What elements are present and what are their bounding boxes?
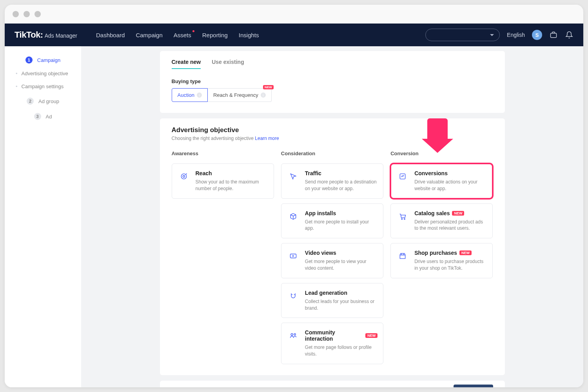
nav-dashboard[interactable]: Dashboard — [96, 32, 125, 38]
magnet-icon — [287, 290, 299, 302]
option-label: Auction — [178, 92, 194, 98]
subtitle-text: Choosing the right advertising objective — [172, 136, 254, 141]
step-number: 1 — [25, 56, 33, 64]
sidebar-sub-settings[interactable]: Campaign settings — [5, 80, 81, 93]
title-text: Catalog sales — [414, 210, 450, 216]
nav-assets[interactable]: Assets — [174, 32, 191, 38]
buying-type-group: Auction i Reach & Frequency i NEW — [172, 88, 493, 102]
new-badge: NEW — [459, 250, 472, 255]
objective-shop-purchases[interactable]: Shop purchases NEW Drive users to purcha… — [390, 243, 493, 278]
card-desc: Deliver personalized product ads to the … — [414, 219, 487, 232]
continue-bar: Continue — [160, 381, 505, 387]
sidebar-label: Advertising objective — [16, 71, 68, 76]
app-header: TikTok: Ads Manager Dashboard Campaign A… — [5, 24, 583, 46]
buying-type-label: Buying type — [172, 78, 493, 84]
cube-icon — [287, 210, 299, 223]
card-title: Catalog sales NEW — [414, 210, 487, 216]
nav-campaign[interactable]: Campaign — [136, 32, 162, 38]
new-badge: NEW — [263, 85, 274, 89]
buying-type-panel: Create new Use existing Buying type Auct… — [160, 51, 505, 113]
new-badge: NEW — [452, 211, 464, 216]
svg-point-5 — [294, 334, 296, 335]
buying-type-reach-frequency[interactable]: Reach & Frequency i NEW — [208, 88, 272, 102]
learn-more-link[interactable]: Learn more — [255, 136, 279, 141]
step-number: 2 — [27, 98, 34, 105]
sidebar-label: Ad group — [38, 98, 59, 104]
objective-video-views[interactable]: Video views Get more people to view your… — [281, 243, 383, 278]
svg-point-1 — [181, 174, 186, 179]
card-desc: Get more page follows or profile visits. — [305, 344, 377, 358]
objective-panel: Advertising objective Choosing the right… — [160, 118, 505, 375]
info-icon: i — [261, 93, 266, 98]
svg-point-8 — [404, 218, 405, 220]
target-icon — [178, 170, 190, 183]
sidebar-step-adgroup[interactable]: 2 Ad group — [5, 93, 81, 108]
cart-icon — [396, 210, 409, 223]
card-desc: Get more people to install your app. — [305, 219, 377, 232]
objective-reach[interactable]: Reach Show your ad to the maximum number… — [172, 163, 274, 199]
svg-point-7 — [401, 218, 403, 220]
card-title: Lead generation — [305, 290, 377, 296]
brand-logo[interactable]: TikTok: Ads Manager — [15, 30, 77, 40]
window-dot — [34, 11, 41, 17]
title-text: Community interaction — [305, 329, 363, 342]
card-title: Shop purchases NEW — [414, 250, 487, 256]
nav-insights[interactable]: Insights — [239, 32, 259, 38]
avatar[interactable]: S — [532, 30, 542, 40]
window-dot — [24, 11, 30, 17]
card-desc: Get more people to view your video conte… — [305, 258, 377, 272]
video-icon — [287, 250, 299, 262]
conversion-icon — [396, 170, 409, 183]
card-title: App installs — [305, 210, 377, 216]
continue-button[interactable]: Continue — [454, 385, 493, 387]
sidebar-step-ad[interactable]: 3 Ad — [5, 108, 81, 123]
objective-catalog-sales[interactable]: Catalog sales NEW Deliver personalized p… — [390, 203, 493, 239]
brand-sub: Ads Manager — [45, 33, 77, 39]
sidebar-step-campaign[interactable]: 1 Campaign — [5, 52, 81, 67]
col-conversion: Conversion Conversions Drive valuable ac… — [390, 151, 493, 364]
svg-rect-0 — [551, 33, 557, 38]
step-number: 3 — [34, 113, 41, 120]
tab-use-existing[interactable]: Use existing — [212, 59, 244, 69]
window-dot — [13, 11, 19, 17]
people-icon — [287, 329, 299, 342]
sidebar-label: Campaign — [37, 57, 60, 63]
objective-app-installs[interactable]: App installs Get more people to install … — [281, 203, 383, 239]
objective-traffic[interactable]: Traffic Send more people to a destinatio… — [281, 163, 383, 199]
nav-reporting[interactable]: Reporting — [202, 32, 228, 38]
objective-lead-generation[interactable]: Lead generation Collect leads for your b… — [281, 283, 383, 318]
svg-point-4 — [291, 334, 293, 336]
card-title: Video views — [305, 250, 377, 256]
card-desc: Drive valuable actions on your website o… — [414, 179, 487, 192]
bell-icon[interactable] — [565, 31, 573, 39]
account-dropdown[interactable] — [425, 29, 500, 41]
annotation-arrow-icon — [422, 118, 453, 153]
objective-conversions[interactable]: Conversions Drive valuable actions on yo… — [390, 163, 493, 199]
tabs: Create new Use existing — [172, 59, 493, 69]
col-header: Awareness — [172, 151, 274, 156]
card-desc: Send more people to a destination on you… — [305, 179, 377, 192]
sidebar: 1 Campaign Advertising objective Campaig… — [5, 46, 81, 387]
card-title: Conversions — [414, 170, 487, 176]
language-selector[interactable]: English — [507, 32, 525, 38]
card-desc: Collect leads for your business or brand… — [305, 298, 377, 312]
info-icon: i — [197, 93, 202, 98]
brand-name: TikTok: — [15, 30, 43, 40]
option-label: Reach & Frequency — [213, 92, 258, 98]
card-title: Community interaction NEW — [305, 329, 377, 342]
briefcase-icon[interactable] — [549, 31, 558, 39]
sidebar-sub-objective[interactable]: Advertising objective — [5, 67, 81, 80]
svg-point-2 — [183, 176, 185, 178]
objective-community-interaction[interactable]: Community interaction NEW Get more page … — [281, 323, 383, 364]
card-desc: Drive users to purchase products in your… — [414, 258, 487, 272]
col-consideration: Consideration Traffic Send more people t… — [281, 151, 383, 364]
card-title: Traffic — [305, 170, 377, 176]
chevron-down-icon — [490, 34, 494, 36]
title-text: Shop purchases — [414, 250, 457, 256]
main-area: Create new Use existing Buying type Auct… — [81, 46, 583, 387]
tab-create-new[interactable]: Create new — [172, 59, 201, 69]
sidebar-label: Ad — [46, 114, 52, 120]
card-title: Reach — [196, 170, 268, 176]
buying-type-auction[interactable]: Auction i — [172, 88, 208, 102]
new-badge: NEW — [365, 333, 377, 338]
